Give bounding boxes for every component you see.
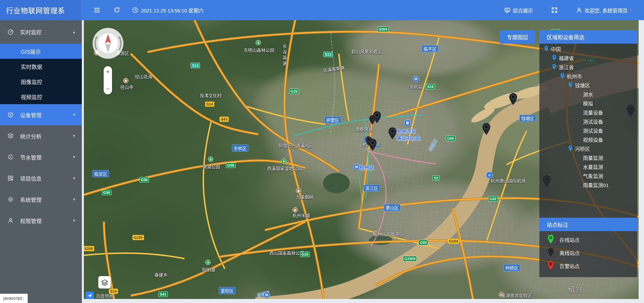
welcome-text: 欢迎您, 系统管理员: [585, 7, 628, 14]
tree-node-雨量监测[interactable]: 雨量监测: [539, 153, 637, 162]
station-pin-offline[interactable]: [388, 127, 397, 141]
road-shield-G92: G92: [488, 196, 498, 202]
fold-menu-icon[interactable]: [93, 6, 101, 14]
display-mode-button[interactable]: 综合展示: [504, 7, 533, 14]
scenic-spot-icon: [373, 231, 378, 236]
road-shield-G25: G25: [289, 89, 299, 94]
sidebar-item-项目信息[interactable]: 项目信息▼: [0, 168, 82, 189]
user-icon: [576, 7, 582, 13]
road-name-label: 运溪高架路: [322, 64, 345, 74]
top-bar: 行业物联网管理系 2021.12.25 13:56:10 星期六 综合展示: [0, 0, 644, 20]
sidebar-item-GIS展示[interactable]: GIS展示: [0, 44, 82, 59]
compass-control[interactable]: [92, 27, 124, 61]
tree-node-视频设备[interactable]: 视频设备: [539, 135, 637, 144]
station-legend-panel: 站点标注 在线站点离线站点告警站点: [539, 218, 637, 277]
sidebar-item-统计分析[interactable]: 统计分析▼: [0, 125, 82, 146]
poi-label-绍兴: 绍兴: [568, 285, 583, 294]
legend-item-离线站点: 离线站点: [539, 246, 637, 259]
user-caret-icon: ▼: [630, 8, 633, 12]
tree-node-中国[interactable]: 中国: [539, 44, 637, 53]
station-pin-offline[interactable]: [368, 138, 377, 153]
park-icon: [256, 40, 261, 45]
sidebar-item-系统管理[interactable]: 系统管理▼: [0, 189, 82, 210]
sidebar-item-实时监控[interactable]: 实时监控▲: [0, 20, 82, 44]
tree-node-测试设备[interactable]: 测试设备: [539, 117, 637, 126]
chevron-down-icon: ▼: [72, 198, 76, 201]
sidebar-item-label: 节水管理: [20, 153, 42, 161]
map-attribution: 百度地图: [86, 292, 113, 299]
refresh-icon[interactable]: [113, 6, 121, 14]
tree-node-label: 流量设备: [583, 109, 603, 116]
fullscreen-icon[interactable]: [551, 7, 558, 13]
sidebar-item-节水管理[interactable]: 节水管理▼: [0, 146, 82, 168]
sidebar-item-label: 实时数据: [21, 62, 42, 71]
station-pin-offline[interactable]: [482, 123, 491, 137]
tree-node-杭州市[interactable]: 杭州市: [539, 72, 637, 81]
station-pin-icon: [547, 234, 559, 245]
district-label-滨江区: 滨江区: [363, 185, 380, 192]
layers-icon: [101, 279, 108, 286]
station-pin-icon: [547, 261, 559, 271]
station-pin-offline[interactable]: [509, 93, 518, 107]
tree-node-label: 杭州市: [567, 73, 582, 80]
sidebar-item-权限管理[interactable]: 权限管理▼: [0, 210, 82, 231]
sidebar-item-实时数据[interactable]: 实时数据: [0, 59, 82, 74]
road-shield-S304: S304: [377, 27, 389, 32]
tree-node-测试设备[interactable]: 测试设备: [539, 126, 637, 135]
thematic-layer-button[interactable]: 专题图层: [500, 30, 535, 44]
road-shield-G25: G25: [300, 252, 310, 257]
road-shield-S16: S16: [426, 84, 435, 89]
legend-list: 在线站点离线站点告警站点: [539, 231, 637, 277]
zoom-in-button[interactable]: +: [106, 69, 110, 75]
zoom-out-button[interactable]: −: [106, 86, 110, 92]
legend-panel-title: 站点标注: [539, 218, 637, 231]
tree-node-钱塘区[interactable]: 钱塘区: [539, 81, 637, 90]
tree-node-雨量监测01[interactable]: 雨量监测01: [539, 180, 637, 189]
tree-node-label: 测试设备: [583, 118, 603, 125]
district-label-临平区: 临平区: [422, 45, 438, 52]
legend-item-label: 告警站点: [559, 262, 580, 269]
chevron-down-icon: ▼: [72, 113, 76, 117]
map-layers-button[interactable]: [98, 276, 111, 289]
scenic-spot-icon: [296, 188, 301, 193]
district-label-拱墅区: 拱墅区: [324, 117, 341, 124]
region-device-filter-panel: 区域和设备筛选 中国福建省浙江省杭州市钱塘区测水模拟流量设备测试设备测试设备视频…: [539, 30, 637, 218]
tree-node-label: 气象监测: [583, 172, 603, 179]
district-label-柯桥区: 柯桥区: [503, 264, 520, 271]
user-icon: [7, 217, 14, 224]
tree-node-label: 雨量监测01: [583, 181, 609, 188]
tree-node-浙江省[interactable]: 浙江省: [539, 62, 637, 72]
sidebar-item-label: 项目信息: [20, 174, 42, 182]
map-pin-icon: [544, 46, 551, 52]
chevron-down-icon: ▼: [72, 219, 76, 222]
gear-icon: [7, 196, 14, 203]
baidu-logo-icon: [86, 292, 94, 299]
district-label-富阳区: 富阳区: [219, 287, 235, 294]
sidebar-item-视频监控[interactable]: 视频监控: [0, 89, 82, 104]
poi-label-杭州宋城: 杭州宋城: [292, 212, 310, 218]
airport-icon: ✈: [486, 172, 493, 179]
attribution-text: 百度地图: [96, 293, 113, 299]
tree-node-气象监测[interactable]: 气象监测: [539, 171, 637, 180]
tree-node-水量监测[interactable]: 水量监测: [539, 162, 637, 171]
road-shield-S14: S14: [205, 101, 214, 107]
user-menu[interactable]: 欢迎您, 系统管理员 ▼: [576, 7, 633, 14]
tree-node-测水[interactable]: 测水: [539, 90, 637, 99]
legend-item-label: 在线站点: [559, 236, 580, 243]
sidebar-item-设备管理[interactable]: 设备管理▼: [0, 104, 82, 125]
district-label-钱塘区: 钱塘区: [519, 115, 536, 122]
road-name-label: 长深高速: [281, 44, 288, 67]
poi-label-东明山森林公园: 东明山森林公园: [244, 47, 274, 53]
station-pin-offline[interactable]: [369, 115, 376, 126]
tree-node-河桥区[interactable]: 河桥区: [539, 144, 637, 153]
zoom-control[interactable]: + −: [104, 66, 112, 94]
display-mode-label: 综合展示: [513, 7, 533, 14]
tree-node-福建省[interactable]: 福建省: [539, 53, 637, 62]
tree-node-模拟[interactable]: 模拟: [539, 99, 637, 108]
road-name-label: 德胜快速: [355, 126, 373, 132]
road-shield-G56: G56: [102, 190, 112, 195]
grid-icon: [7, 175, 14, 181]
road-shield-G56: G56: [226, 163, 236, 168]
tree-node-流量设备[interactable]: 流量设备: [539, 108, 637, 117]
sidebar-item-图像监控[interactable]: 图像监控: [0, 74, 82, 89]
